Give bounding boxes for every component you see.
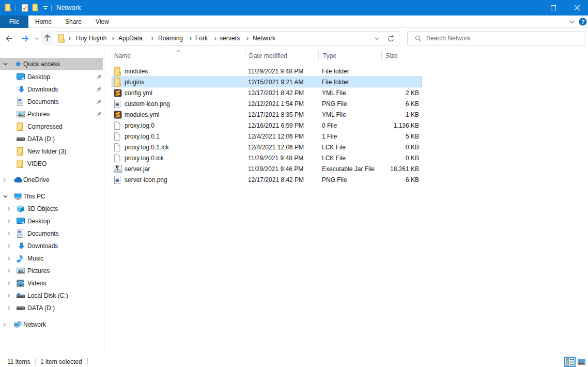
svg-text:?: ? [581, 19, 585, 25]
